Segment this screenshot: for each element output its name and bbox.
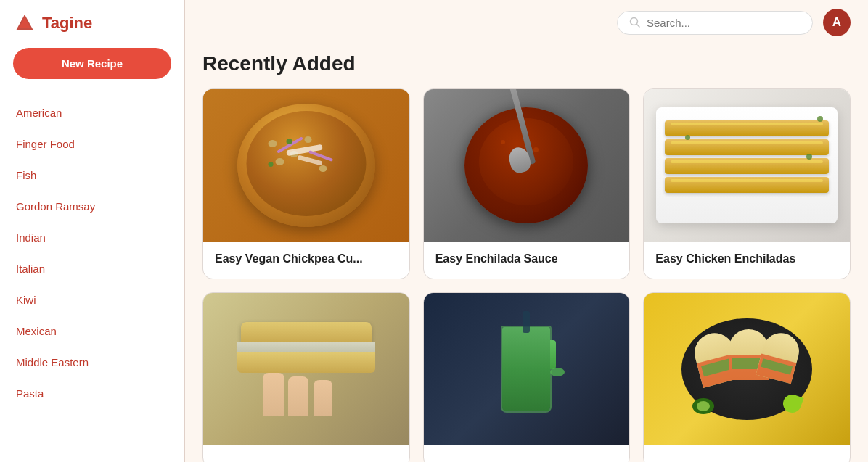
recipe-card-title: Easy Vegan Chickpea Cu... <box>215 252 398 267</box>
search-box[interactable] <box>617 11 813 35</box>
sidebar-item-gordon-ramsay[interactable]: Gordon Ramsay <box>0 191 184 222</box>
recipe-card[interactable]: Easy Vegan Chickpea Cu... <box>202 88 410 279</box>
search-icon <box>629 17 641 28</box>
recipe-card[interactable] <box>423 292 631 462</box>
logo-text: Tagine <box>42 14 92 33</box>
sidebar-item-kiwi[interactable]: Kiwi <box>0 284 184 315</box>
logo-icon <box>15 13 35 33</box>
sidebar-item-middle-eastern[interactable]: Middle Eastern <box>0 347 184 378</box>
sidebar-item-finger-food[interactable]: Finger Food <box>0 128 184 160</box>
svg-line-3 <box>637 25 640 28</box>
sidebar-item-italian[interactable]: Italian <box>0 253 184 284</box>
recipe-grid: Easy Vegan Chickpea Cu... Easy Enchilada… <box>202 88 851 462</box>
sidebar-item-indian[interactable]: Indian <box>0 222 184 253</box>
avatar[interactable]: A <box>823 9 851 36</box>
section-title: Recently Added <box>202 52 851 75</box>
recipe-card[interactable]: Easy Enchilada Sauce <box>423 88 631 279</box>
recipe-card[interactable]: Easy Chicken Enchiladas <box>643 88 851 279</box>
sidebar-item-pasta[interactable]: Pasta <box>0 378 184 409</box>
recipe-card-title: Easy Chicken Enchiladas <box>655 252 838 267</box>
header: A <box>185 0 868 45</box>
new-recipe-button[interactable]: New Recipe <box>13 48 171 79</box>
sidebar-item-mexican[interactable]: Mexican <box>0 315 184 347</box>
recipe-card-title: Easy Enchilada Sauce <box>435 252 618 267</box>
sidebar-divider <box>0 94 184 94</box>
sidebar-categories: AmericanFinger FoodFishGordon RamsayIndi… <box>0 97 184 409</box>
sidebar-item-fish[interactable]: Fish <box>0 160 184 191</box>
recipe-card[interactable] <box>643 292 851 462</box>
sidebar: Tagine New Recipe AmericanFinger FoodFis… <box>0 0 185 462</box>
search-input[interactable] <box>647 17 801 29</box>
main-content: A Recently Added <box>185 0 868 462</box>
recipe-card[interactable] <box>202 292 410 462</box>
logo-area: Tagine <box>0 0 184 44</box>
content-area: Recently Added <box>185 45 868 462</box>
sidebar-item-american[interactable]: American <box>0 97 184 128</box>
